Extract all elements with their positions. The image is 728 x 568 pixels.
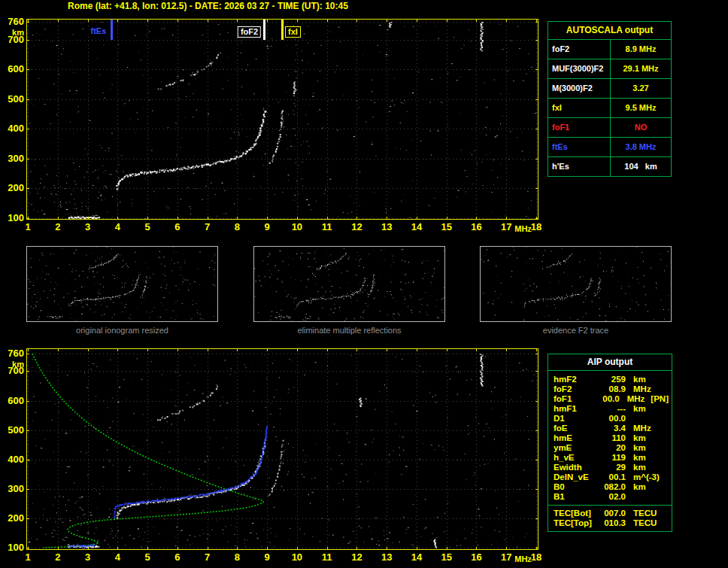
y-axis-unit-label: km [2,29,24,37]
y-tick-label: 500 [2,425,24,435]
x-axis-unit-label: MHz [514,225,532,233]
x-tick-label: 5 [144,222,150,232]
autoscala-row: ftEs3.8 MHz [548,138,671,157]
aip-row-name: h_vE [554,453,596,463]
y-tick-label: 400 [2,454,24,464]
aip-row: hmE110km [554,433,669,443]
aip-row-value: 20 [596,443,626,453]
aip-row-value: --- [596,404,626,414]
aip-row-name: DelN_vE [554,472,596,482]
aip-row-value: 119 [596,453,626,463]
x-tick-label: 15 [441,552,451,562]
aip-row-flag: [PN] [651,394,669,404]
autoscala-row-label: foF2 [548,40,611,59]
marker-label-fxI: fxI [285,26,301,38]
x-tick-label: 1 [25,552,30,562]
aip-row-value: 007.0 [596,509,626,518]
x-tick-label: 9 [264,222,269,232]
y-tick-label: 300 [2,153,24,163]
aip-row: D100.0 [554,414,669,424]
y-tick-label: 200 [2,183,24,193]
x-tick-label: 16 [471,222,481,232]
aip-row-name: Ewidth [554,463,596,472]
x-tick-label: 12 [351,222,362,232]
x-tick-label: 16 [471,552,481,562]
x-tick-label: 11 [322,222,332,232]
aip-row-name: B0 [554,482,596,492]
aip-row-unit: km [633,482,646,492]
autoscala-row-label: M(3000)F2 [548,79,611,98]
x-tick-label: 18 [531,552,541,562]
autoscala-row-value: 3.8 MHz [611,138,671,156]
marker-label-ftEs: ftEs [89,26,109,36]
aip-table-rows: hmF2259kmfoF208.9MHzfoF100.0MHz[PN]hmF1-… [548,371,672,505]
aip-output-table: AIP output hmF2259kmfoF208.9MHzfoF100.0M… [548,354,672,532]
aip-row-unit: km [633,463,646,472]
aip-row: h_vE119km [554,453,669,463]
x-tick-label: 18 [531,222,541,232]
aip-row-value: 00.0 [592,394,620,404]
aip-row-unit: km [633,443,646,453]
aip-row-name: hmF1 [554,404,596,414]
aip-row-value: 082.0 [596,482,626,492]
aip-row-unit: TECU [633,509,657,518]
aip-row-value: 08.9 [596,384,626,394]
aip-row-value: 00.1 [596,472,626,482]
x-tick-label: 14 [411,552,422,562]
y-tick-label: 100 [2,542,24,552]
x-tick-label: 2 [55,222,60,232]
x-tick-label: 6 [174,552,180,562]
autoscala-row-value: NO [611,118,671,137]
x-tick-label: 4 [115,552,120,562]
x-tick-label: 3 [85,222,90,232]
aip-row: B102.0 [554,492,669,502]
x-tick-label: 15 [441,222,451,232]
aip-row-unit: m^(-3) [633,472,660,482]
thumbnail-eliminate-multiple-reflections [253,246,445,322]
aip-row-name: hmF2 [554,375,596,384]
thumbnail-original-ionogram [26,246,218,322]
aip-row-unit: MHz [633,424,651,433]
x-tick-label: 10 [292,222,302,232]
autoscala-row: M(3000)F23.27 [548,79,671,99]
aip-row: ymE20km [554,443,669,453]
aip-row-name: B1 [554,492,596,502]
x-tick-label: 3 [85,552,90,562]
aip-row-name: TEC[Top] [554,518,596,528]
page-title: Rome (lat: +41.8, lon: 012.5) - DATE: 20… [68,1,348,11]
aip-row: B0082.0km [554,482,669,492]
aip-row-unit: km [633,404,646,414]
x-tick-label: 4 [115,222,120,232]
autoscala-row-value: 104 km [611,157,671,176]
aip-row: TEC[Top]010.3TECU [554,518,669,528]
x-tick-label: 17 [501,222,511,232]
autoscala-row-label: h'Es [548,157,611,176]
x-tick-label: 5 [144,552,150,562]
y-axis-unit-label: km [2,360,24,369]
y-tick-label: 600 [2,64,24,74]
x-tick-label: 13 [381,552,392,562]
aip-row: foF208.9MHz [554,384,669,394]
x-tick-label: 13 [381,222,392,232]
autoscala-window: Rome (lat: +41.8, lon: 012.5) - DATE: 20… [0,0,728,568]
autoscala-row-value: 9.5 MHz [611,99,671,117]
aip-table-title: AIP output [548,354,672,371]
aip-tec-rows: TEC[Bot]007.0TECUTEC[Top]010.3TECU [548,505,672,531]
autoscala-row-value: 29.1 MHz [611,59,671,78]
aip-row-value: 259 [596,375,626,384]
autoscala-row: MUF(3000)F229.1 MHz [548,59,671,79]
aip-row: Ewidth29km [554,463,669,472]
y-tick-label: 100 [2,213,24,223]
aip-row-name: foF2 [554,384,596,394]
y-tick-label: 200 [2,513,24,523]
aip-row-unit: TECU [633,518,657,528]
aip-row: hmF2259km [554,375,669,384]
y-tick-label: 600 [2,396,24,405]
autoscala-row-value: 3.27 [611,79,671,98]
aip-row-unit: km [633,453,646,463]
x-tick-label: 17 [501,552,511,562]
x-tick-label: 9 [264,552,269,562]
aip-row-value: 110 [596,433,626,443]
autoscala-row-value: 8.9 MHz [611,40,671,59]
x-tick-label: 12 [351,552,362,562]
